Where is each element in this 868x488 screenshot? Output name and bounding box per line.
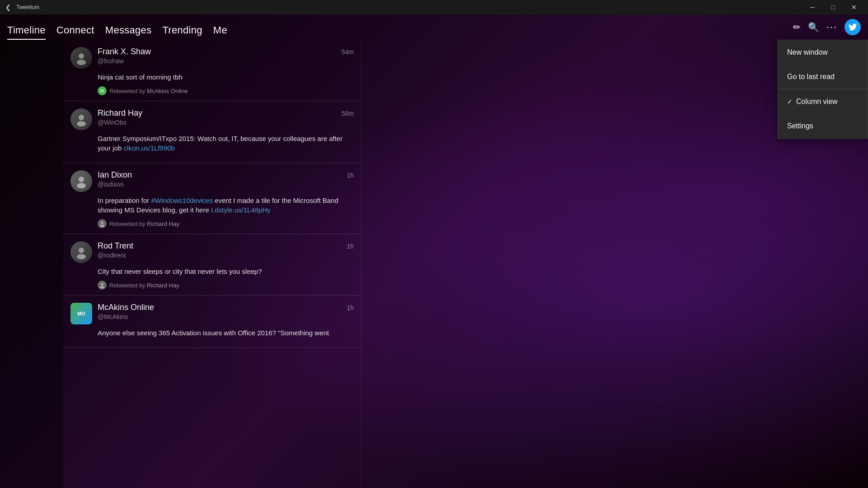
title-bar-left: ❮ Tweetium [4, 3, 39, 12]
tab-messages[interactable]: Messages [102, 24, 159, 40]
tweet-time: 1h [347, 304, 354, 311]
more-button[interactable]: ··· [826, 21, 837, 33]
left-sidebar [0, 40, 63, 488]
avatar-ian-dixon [70, 170, 92, 192]
tweet-ian-dixon[interactable]: Ian Dixon 1h @isdixon In preparation for… [63, 163, 361, 234]
tweet-frank-shaw[interactable]: Frank X. Shaw 54m @fxshaw Ninja cat sort… [63, 40, 361, 101]
retweet-avatar: M [98, 86, 107, 95]
retweet-name: Richard Hay [147, 221, 179, 227]
feed-container: Frank X. Shaw 54m @fxshaw Ninja cat sort… [63, 40, 361, 488]
nav-bar: Timeline Connect Messages Trending Me ✏ … [0, 14, 868, 40]
tweet-meta: Frank X. Shaw 54m @fxshaw [98, 47, 354, 65]
dropdown-column-view[interactable]: ✓ Column view [778, 89, 868, 114]
app-title: Tweetium [16, 4, 39, 10]
avatar-mcakins-online: MO [70, 303, 92, 324]
svg-point-9 [77, 254, 86, 259]
tweet-retweet: Retweeted by Richard Hay [98, 219, 354, 228]
tweet-mcakins-online[interactable]: MO McAkins Online 1h @McAkins Anyone els… [63, 296, 361, 348]
tweet-time: 56m [342, 110, 354, 117]
tweet-meta: Richard Hay 56m @WinObs [98, 108, 354, 126]
tweet-meta: Rod Trent 1h @rodtrent [98, 241, 354, 259]
tweet-handle: @fxshaw [98, 57, 354, 65]
tweet-rod-trent[interactable]: Rod Trent 1h @rodtrent City that never s… [63, 234, 361, 296]
tweet-header: Rod Trent 1h @rodtrent [70, 241, 354, 263]
close-button[interactable]: ✕ [844, 0, 864, 14]
tweet-richard-hay[interactable]: Richard Hay 56m @WinObs Gartner Symposiu… [63, 101, 361, 163]
column-view-check-icon: ✓ [787, 98, 793, 105]
dropdown-settings[interactable]: Settings [778, 114, 868, 138]
settings-label: Settings [787, 122, 813, 130]
tweet-header: Ian Dixon 1h @isdixon [70, 170, 354, 192]
tweet-handle: @McAkins [98, 313, 354, 320]
window-controls: ─ □ ✕ [802, 0, 864, 14]
retweet-label: Retweeted by McAkins Online [109, 88, 188, 94]
tweet-author-name: Ian Dixon [98, 170, 132, 180]
tab-timeline[interactable]: Timeline [4, 24, 53, 40]
twitter-profile-icon[interactable] [845, 19, 861, 35]
compose-button[interactable]: ✏ [793, 22, 801, 33]
tweet-link[interactable]: t.dstyle.us/1L48pHy [211, 206, 271, 214]
tweet-time: 54m [342, 48, 354, 56]
column-view-label: Column view [796, 98, 838, 106]
avatar-frank-shaw [70, 47, 92, 69]
tweet-author-name: Richard Hay [98, 108, 142, 118]
nav-actions: ✏ 🔍 ··· [793, 19, 861, 35]
dropdown-go-to-last-read[interactable]: Go to last read [778, 65, 868, 89]
tweet-handle: @isdixon [98, 181, 354, 188]
tweet-author-name: Frank X. Shaw [98, 47, 151, 56]
tweet-author-name: Rod Trent [98, 241, 133, 251]
minimize-button[interactable]: ─ [802, 0, 823, 14]
maximize-button[interactable]: □ [823, 0, 844, 14]
tweet-retweet: Retweeted by Richard Hay [98, 281, 354, 290]
tweet-handle: @WinObs [98, 119, 354, 126]
tweet-name-row: Ian Dixon 1h [98, 170, 354, 180]
nav-tabs: Timeline Connect Messages Trending Me [4, 14, 235, 40]
retweet-label: Retweeted by Richard Hay [109, 282, 179, 289]
retweet-label: Retweeted by Richard Hay [109, 221, 179, 227]
tweet-name-row: McAkins Online 1h [98, 303, 354, 312]
tweet-retweet: M Retweeted by McAkins Online [98, 86, 354, 95]
tweet-meta: Ian Dixon 1h @isdixon [98, 170, 354, 188]
svg-point-1 [77, 60, 86, 65]
tweet-handle: @rodtrent [98, 252, 354, 259]
svg-point-3 [77, 121, 86, 127]
main-content: Frank X. Shaw 54m @fxshaw Ninja cat sort… [0, 40, 868, 488]
svg-point-5 [77, 183, 86, 188]
svg-point-6 [101, 221, 103, 224]
tweet-hashtag[interactable]: #Windows10devices [151, 197, 213, 204]
tweet-body: City that never sleeps or city that neve… [98, 267, 354, 276]
svg-point-11 [100, 286, 104, 288]
tweet-link[interactable]: clkon.us/1Lf990b [124, 144, 175, 152]
tweet-header: Frank X. Shaw 54m @fxshaw [70, 47, 354, 69]
svg-point-4 [79, 177, 84, 182]
tweet-body: In preparation for #Windows10devices eve… [98, 196, 354, 215]
tab-connect[interactable]: Connect [53, 24, 102, 40]
new-window-label: New window [787, 48, 828, 56]
tweet-body: Gartner Symposium/ITxpo 2015: Watch out,… [98, 134, 354, 153]
svg-point-7 [100, 225, 104, 227]
svg-point-2 [79, 115, 84, 120]
tweet-body: Anyone else seeing 365 Activation issues… [98, 328, 354, 338]
retweet-name: Richard Hay [147, 282, 179, 289]
tab-trending[interactable]: Trending [159, 24, 209, 40]
retweet-name: McAkins Online [147, 88, 188, 94]
dropdown-menu: New window Go to last read ✓ Column view… [778, 40, 868, 139]
tweet-body: Ninja cat sort of morning tbh [98, 72, 354, 82]
avatar-richard-hay [70, 108, 92, 130]
avatar-rod-trent [70, 241, 92, 263]
tweet-name-row: Frank X. Shaw 54m [98, 47, 354, 56]
svg-point-10 [101, 283, 103, 286]
tab-me[interactable]: Me [210, 24, 235, 40]
tweet-header: MO McAkins Online 1h @McAkins [70, 303, 354, 324]
back-button[interactable]: ❮ [4, 3, 13, 12]
tweet-name-row: Richard Hay 56m [98, 108, 354, 118]
search-button[interactable]: 🔍 [808, 22, 819, 33]
tweet-time: 1h [347, 172, 354, 179]
tweet-name-row: Rod Trent 1h [98, 241, 354, 251]
tweet-author-name: McAkins Online [98, 303, 154, 312]
title-bar: ❮ Tweetium ─ □ ✕ [0, 0, 868, 14]
dropdown-new-window[interactable]: New window [778, 40, 868, 65]
tweet-header: Richard Hay 56m @WinObs [70, 108, 354, 130]
tweet-meta: McAkins Online 1h @McAkins [98, 303, 354, 320]
retweet-avatar [98, 219, 107, 228]
